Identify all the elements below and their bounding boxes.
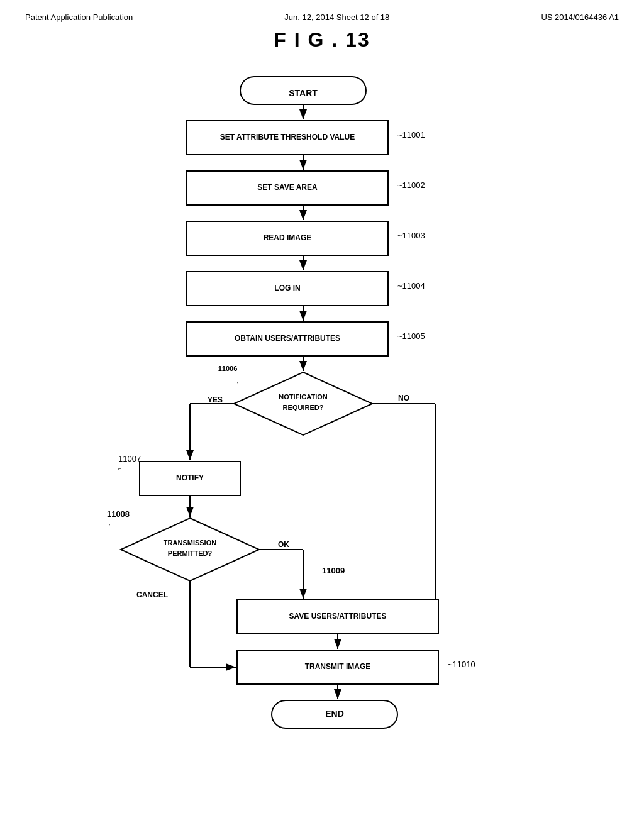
s11006-label: 11006 (218, 365, 238, 372)
cancel-label: CANCEL (136, 590, 168, 599)
s11008-line2: PERMITTED? (168, 550, 213, 557)
header-left: Patent Application Publication (25, 13, 133, 22)
end-label: END (325, 709, 344, 719)
no-label: NO (398, 394, 409, 402)
s11009-label: 11009 (322, 566, 345, 575)
s11003-text: READ IMAGE (264, 233, 312, 242)
svg-text:⌐: ⌐ (237, 379, 240, 385)
svg-text:⌐: ⌐ (319, 577, 322, 583)
s11008-label: 11008 (107, 509, 130, 519)
s11010-text: TRANSMIT IMAGE (305, 662, 371, 671)
start-label: START (289, 88, 318, 98)
s11007-label: 11007 (118, 454, 141, 463)
ref11005: ~11005 (397, 331, 425, 341)
s11001-text: SET ATTRIBUTE THRESHOLD VALUE (220, 133, 355, 141)
ok-label: OK (278, 540, 289, 549)
s11006-line1: NOTIFICATION (279, 393, 327, 401)
page: Patent Application Publication Jun. 12, … (0, 0, 644, 830)
s11004-text: LOG IN (274, 284, 300, 292)
header-right: US 2014/0164436 A1 (541, 13, 619, 22)
s11008-line1: TRANSMISSION (164, 539, 216, 546)
ref11010: ~11010 (448, 660, 475, 669)
header: Patent Application Publication Jun. 12, … (25, 13, 619, 22)
s11005-text: OBTAIN USERS/ATTRIBUTES (235, 334, 340, 343)
svg-text:⌐: ⌐ (118, 466, 121, 472)
yes-label: YES (208, 396, 223, 404)
flowchart: START SET ATTRIBUTE THRESHOLD VALUE ~110… (83, 70, 561, 800)
s11002-text: SET SAVE AREA (257, 183, 318, 192)
s11006-line2: REQUIRED? (283, 404, 324, 411)
ref11002: ~11002 (397, 180, 425, 190)
ref11001: ~11001 (397, 130, 425, 140)
header-center: Jun. 12, 2014 Sheet 12 of 18 (284, 13, 389, 22)
s11009-text: SAVE USERS/ATTRIBUTES (289, 612, 387, 621)
ref11003: ~11003 (397, 231, 425, 240)
svg-text:⌐: ⌐ (109, 521, 113, 527)
s11007-text: NOTIFY (176, 473, 204, 482)
figure-title: F I G . 13 (25, 28, 619, 52)
ref11004: ~11004 (397, 281, 425, 290)
